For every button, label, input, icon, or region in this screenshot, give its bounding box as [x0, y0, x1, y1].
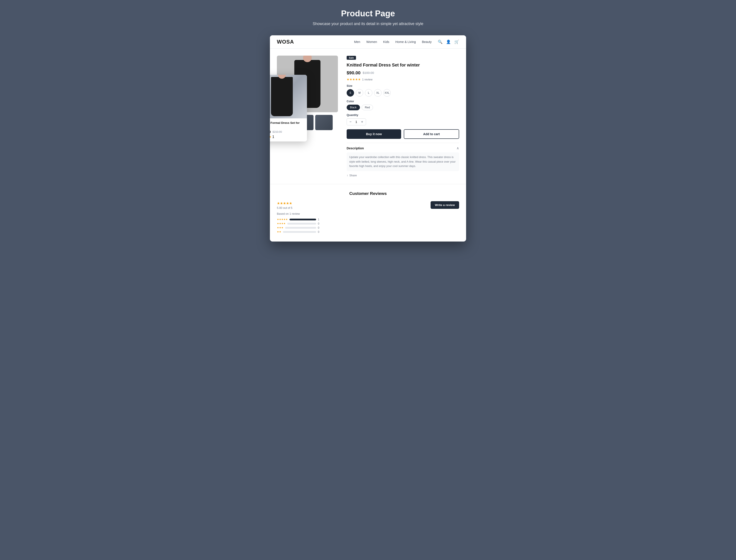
bar-2-count: 0: [318, 230, 320, 233]
nav-item-homeliving[interactable]: Home & Living: [395, 40, 416, 44]
bar-5-track: [290, 219, 316, 220]
quantity-row: − 1 +: [347, 118, 459, 125]
popup-product-title: Knitted Formal Dress Set for winter: [270, 121, 304, 129]
cart-icon[interactable]: 🛒: [454, 40, 459, 44]
rating-bar-5: ★★★★★ 1: [277, 218, 320, 221]
page-title: Product Page: [4, 9, 732, 18]
color-btn-red[interactable]: Red: [362, 105, 373, 110]
bar-3-stars: ★★★: [277, 226, 283, 229]
navbar: WOSA Men Women Kids Home & Living Beauty…: [270, 35, 466, 49]
size-btn-xl[interactable]: XL: [374, 89, 382, 97]
reviews-title: Customer Reviews: [277, 191, 459, 196]
size-btn-s[interactable]: S: [347, 89, 354, 97]
thumbnail-3-inner: [315, 115, 333, 130]
reviews-section: Customer Reviews ★★★★★ 5.00 out of 5 Bas…: [270, 184, 466, 242]
color-btn-black[interactable]: Black: [347, 105, 360, 110]
size-btn-l[interactable]: L: [365, 89, 372, 97]
summary-rating-score: 5.00 out of 5: [277, 206, 320, 209]
write-review-button[interactable]: Write a review: [431, 201, 459, 209]
price-row: $90.00 $100.00: [347, 70, 459, 75]
description-header: Description ∧: [347, 146, 459, 150]
color-options: Black Red: [347, 105, 459, 110]
size-options: S M L XL XXL: [347, 89, 459, 97]
page-subtitle: Showcase your product and its detail in …: [4, 21, 732, 27]
bar-5-stars: ★★★★★: [277, 218, 288, 221]
bar-2-track: [283, 231, 316, 233]
popup-prices: $180.00 $210.90: [270, 130, 304, 134]
review-count: 1 review: [362, 78, 373, 81]
navbar-icons: 🔍 👤 🛒: [438, 40, 459, 44]
color-label: Color: [347, 100, 459, 103]
quantity-increase-button[interactable]: +: [361, 120, 363, 124]
product-info: Sale Knitted Formal Dress Set for winter…: [347, 56, 459, 177]
navbar-nav: Men Women Kids Home & Living Beauty: [354, 40, 432, 44]
quantity-decrease-button[interactable]: −: [349, 120, 351, 124]
nav-item-kids[interactable]: Kids: [383, 40, 389, 44]
bar-5-fill: [290, 219, 316, 220]
nav-item-beauty[interactable]: Beauty: [422, 40, 432, 44]
summary-stars: ★★★★★: [277, 201, 320, 205]
product-title: Knitted Formal Dress Set for winter: [347, 62, 459, 68]
product-stars: ★★★★★: [347, 78, 361, 81]
summary-based-on: Based on 1 review: [277, 212, 320, 215]
search-icon[interactable]: 🔍: [438, 40, 443, 44]
popup-rating: ★★★★★ 1: [270, 135, 304, 139]
size-label: Size: [347, 84, 459, 87]
product-section: Sale -10% Knitted Formal Dress Set for w…: [270, 49, 466, 184]
description-title: Description: [347, 146, 364, 150]
bar-2-stars: ★★: [277, 230, 281, 233]
quantity-value: 1: [354, 120, 358, 124]
reviews-summary: ★★★★★ 5.00 out of 5 Based on 1 review ★★…: [277, 201, 320, 235]
popup-review-count: 1: [272, 135, 274, 139]
action-buttons: Buy it now Add to cart: [347, 129, 459, 139]
bar-3-count: 0: [318, 226, 320, 229]
nav-item-women[interactable]: Women: [366, 40, 377, 44]
bar-4-stars: ★★★★: [277, 222, 286, 225]
thumbnail-3[interactable]: [315, 115, 333, 130]
nav-item-men[interactable]: Men: [354, 40, 360, 44]
rating-bar-2: ★★ 0: [277, 230, 320, 233]
user-icon[interactable]: 👤: [446, 40, 451, 44]
price-original: $100.00: [363, 71, 374, 75]
popup-price-current: $180.00: [270, 130, 271, 134]
size-btn-xxl[interactable]: XXL: [383, 89, 391, 97]
rating-row: ★★★★★ 1 review: [347, 78, 459, 81]
brand-logo[interactable]: WOSA: [277, 39, 294, 45]
description-text: Update your wardrobe collection with thi…: [347, 152, 459, 171]
rating-bar-3: ★★★ 0: [277, 226, 320, 229]
add-to-cart-button[interactable]: Add to cart: [404, 129, 459, 139]
product-popup-card: Sale -10% Knitted Formal Dress Set for w…: [270, 75, 307, 141]
quantity-controls: − 1 +: [347, 118, 366, 125]
popup-body: Knitted Formal Dress Set for winter $180…: [270, 118, 307, 141]
description-section: Description ∧ Update your wardrobe colle…: [347, 143, 459, 177]
share-icon: ↑: [347, 174, 348, 177]
popup-model-figure: [271, 77, 293, 116]
bar-4-track: [287, 223, 316, 225]
quantity-label: Quantity: [347, 113, 459, 117]
popup-stars: ★★★★★: [270, 135, 271, 138]
sale-badge: Sale: [347, 56, 356, 60]
reviews-grid: ★★★★★ 5.00 out of 5 Based on 1 review ★★…: [277, 201, 459, 235]
browser-window: WOSA Men Women Kids Home & Living Beauty…: [270, 35, 466, 241]
popup-product-image: Sale -10%: [270, 75, 307, 118]
bar-5-count: 1: [318, 218, 320, 221]
bar-4-count: 0: [318, 222, 320, 225]
bar-3-track: [285, 227, 316, 229]
popup-price-original: $210.90: [273, 130, 282, 133]
share-label: Share: [349, 174, 357, 177]
page-header: Product Page Showcase your product and i…: [4, 9, 732, 27]
size-btn-m[interactable]: M: [356, 89, 363, 97]
price-current: $90.00: [347, 70, 361, 75]
rating-bar-4: ★★★★ 0: [277, 222, 320, 225]
buy-now-button[interactable]: Buy it now: [347, 129, 401, 139]
share-row[interactable]: ↑ Share: [347, 174, 459, 177]
description-toggle[interactable]: ∧: [457, 146, 459, 150]
